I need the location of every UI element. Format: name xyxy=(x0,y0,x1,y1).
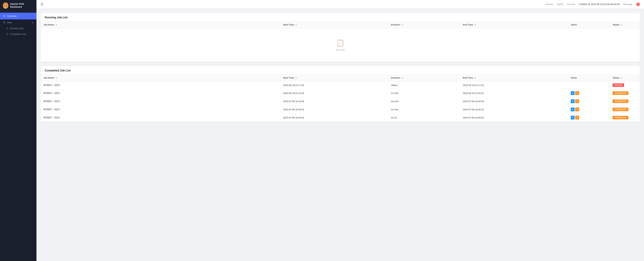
sidebar-running-jobs-label: Running Jobs xyxy=(10,27,24,30)
sidebar-completed-jobs-label: Completed Jobs xyxy=(10,33,26,35)
no-data-text: No Data xyxy=(336,48,345,51)
version-value: 1.17.1 xyxy=(557,3,564,5)
status-badge: CANCELED xyxy=(612,100,628,103)
task-badge: 2 xyxy=(575,99,579,103)
status-badge: CANCELED xyxy=(612,116,628,119)
completed-col-tasks[interactable]: Tasks xyxy=(568,74,610,81)
task-badge: 2 xyxy=(571,99,574,103)
tasks-cell: 22 xyxy=(568,89,610,97)
running-jobs-thead: Job Name ⇅ Start Time ⇅ Duration ⇅ End T… xyxy=(41,21,640,28)
completed-end-time-sort-icon: ⇅ xyxy=(474,77,476,79)
task-badge: 2 xyxy=(575,107,579,111)
completed-jobs-table: Job Name ⇅ Start Time ⇅ Duration ⇅ End T… xyxy=(41,74,640,122)
tasks-cell: 22 xyxy=(568,97,610,105)
start-time-cell: 2023-07-08 16:29:46 xyxy=(280,97,388,105)
running-jobs-icon: ⊙ xyxy=(6,27,8,30)
task-badge: 2 xyxy=(575,116,579,119)
status-cell: CANCELED xyxy=(610,114,640,122)
table-row[interactable]: 单词统计（流式）2023-06-19 01:17:02188ms2023-06-… xyxy=(41,81,640,89)
sidebar-header: 🐿️ Apache Flink Dashboard xyxy=(0,0,36,11)
topbar-left: ☰ xyxy=(41,2,44,6)
status-sort-icon: ⇅ xyxy=(621,24,622,26)
app-title: Apache Flink Dashboard xyxy=(10,2,34,8)
message-count-badge[interactable]: 0 xyxy=(636,2,640,6)
sidebar-nav: ⊙ Overview ☰ Jobs ∧ ⊙ Running Jobs ⊙ Com… xyxy=(0,11,36,38)
table-row[interactable]: 单词统计（流式）2023-07-08 16:29:464m 52s2023-07… xyxy=(41,97,640,105)
table-row[interactable]: 单词统计（流式）2023-06-19 01:24:261m 55s2023-06… xyxy=(41,89,640,97)
tasks-cell: 22 xyxy=(568,114,610,122)
end-time-cell: 2023-07-08 16:42:10 xyxy=(460,105,568,114)
topbar: ☰ Version: 1.17.1 Commit: 2750d5c @ 2023… xyxy=(36,0,644,9)
topbar-right: Version: 1.17.1 Commit: 2750d5c @ 2023-0… xyxy=(546,2,640,6)
job-name-cell: 单词统计（流式） xyxy=(41,105,280,114)
running-col-status[interactable]: Status ⇅ xyxy=(610,21,640,28)
sidebar-item-overview-label: Overview xyxy=(7,15,16,17)
sidebar-item-running-jobs[interactable]: ⊙ Running Jobs xyxy=(0,25,36,31)
status-cell: CANCELED xyxy=(610,97,640,105)
duration-cell: 4m 52s xyxy=(388,97,460,105)
end-time-sort-icon: ⇅ xyxy=(474,24,476,26)
commit-value: 2750d5c @ 2023-05-19T10:45:46+02:00 xyxy=(579,3,620,5)
completed-duration-sort-icon: ⇅ xyxy=(402,77,403,79)
task-badge: 2 xyxy=(575,91,579,95)
overview-icon: ⊙ xyxy=(3,14,6,18)
completed-col-duration[interactable]: Duration ⇅ xyxy=(388,74,460,81)
running-jobs-title: Running Job List xyxy=(41,13,640,21)
running-col-end-time[interactable]: End Time ⇅ xyxy=(460,21,568,28)
completed-col-status[interactable]: Status ⇅ xyxy=(610,74,640,81)
message-label: Message: xyxy=(623,3,633,5)
end-time-cell: 2023-07-08 16:34:39 xyxy=(460,97,568,105)
task-badge: 2 xyxy=(571,116,574,119)
status-badge: FAILED xyxy=(612,83,624,87)
job-name-cell: 单词统计（流式） xyxy=(41,114,280,122)
status-badge: CANCELED xyxy=(612,108,628,111)
completed-col-start-time[interactable]: Start Time ⇅ xyxy=(280,74,388,81)
end-time-cell: 2023-06-19 01:26:22 xyxy=(460,89,568,97)
status-badge: CANCELED xyxy=(612,91,628,95)
app-logo: 🐿️ xyxy=(3,2,8,9)
commit-label: Commit: xyxy=(567,3,575,5)
running-jobs-table-wrap: Job Name ⇅ Start Time ⇅ Duration ⇅ End T… xyxy=(41,21,640,62)
sidebar-item-completed-jobs[interactable]: ⊙ Completed Jobs xyxy=(0,31,36,37)
duration-sort-icon: ⇅ xyxy=(402,24,403,26)
job-name-cell: 单词统计（流式） xyxy=(41,81,280,89)
running-col-tasks[interactable]: Tasks xyxy=(568,21,610,28)
version-label: Version: xyxy=(546,3,554,5)
running-col-start-time[interactable]: Start Time ⇅ xyxy=(280,21,388,28)
completed-jobs-tbody: 单词统计（流式）2023-06-19 01:17:02188ms2023-06-… xyxy=(41,81,640,122)
table-row[interactable]: 单词统计（流式）2023-07-08 16:40:351m 34s2023-07… xyxy=(41,105,640,114)
completed-col-job-name[interactable]: Job Name ⇅ xyxy=(41,74,280,81)
jobs-icon: ☰ xyxy=(3,21,5,24)
table-row[interactable]: 单词统计（流式）2023-07-08 16:53:542m 2s2023-07-… xyxy=(41,114,640,122)
completed-jobs-panel: Completed Job List Job Name ⇅ Start Time… xyxy=(41,66,640,122)
completed-col-end-time[interactable]: End Time ⇅ xyxy=(460,74,568,81)
completed-jobs-thead: Job Name ⇅ Start Time ⇅ Duration ⇅ End T… xyxy=(41,74,640,81)
running-jobs-table: Job Name ⇅ Start Time ⇅ Duration ⇅ End T… xyxy=(41,21,640,28)
completed-status-sort-icon: ⇅ xyxy=(621,77,622,79)
duration-cell: 1m 34s xyxy=(388,105,460,114)
sidebar-item-jobs[interactable]: ☰ Jobs ∧ xyxy=(0,19,36,25)
start-time-cell: 2023-06-19 01:24:26 xyxy=(280,89,388,97)
job-name-sort-icon: ⇅ xyxy=(56,24,57,26)
completed-job-name-sort-icon: ⇅ xyxy=(56,77,57,79)
duration-cell: 1m 55s xyxy=(388,89,460,97)
content-area: Running Job List Job Name ⇅ Start Time ⇅ xyxy=(36,9,644,130)
running-jobs-no-data: 📋 No Data xyxy=(41,28,640,62)
jobs-chevron-icon: ∧ xyxy=(32,21,33,24)
sidebar-item-overview[interactable]: ⊙ Overview xyxy=(0,13,36,19)
task-badge: 2 xyxy=(571,107,574,111)
main-content: ☰ Version: 1.17.1 Commit: 2750d5c @ 2023… xyxy=(36,0,644,261)
completed-jobs-body: Job Name ⇅ Start Time ⇅ Duration ⇅ End T… xyxy=(41,74,640,122)
completed-jobs-icon: ⊙ xyxy=(6,33,8,35)
running-col-duration[interactable]: Duration ⇅ xyxy=(388,21,460,28)
task-badge: 2 xyxy=(571,91,574,95)
running-jobs-body: Job Name ⇅ Start Time ⇅ Duration ⇅ End T… xyxy=(41,21,640,62)
no-data-icon: 📋 xyxy=(336,39,345,47)
end-time-cell: 2023-06-19 01:17:02 xyxy=(460,81,568,89)
menu-toggle-button[interactable]: ☰ xyxy=(41,2,44,6)
completed-start-time-sort-icon: ⇅ xyxy=(295,77,297,79)
running-col-job-name[interactable]: Job Name ⇅ xyxy=(41,21,280,28)
start-time-cell: 2023-06-19 01:17:02 xyxy=(280,81,388,89)
running-jobs-panel: Running Job List Job Name ⇅ Start Time ⇅ xyxy=(41,13,640,62)
status-cell: CANCELED xyxy=(610,105,640,114)
